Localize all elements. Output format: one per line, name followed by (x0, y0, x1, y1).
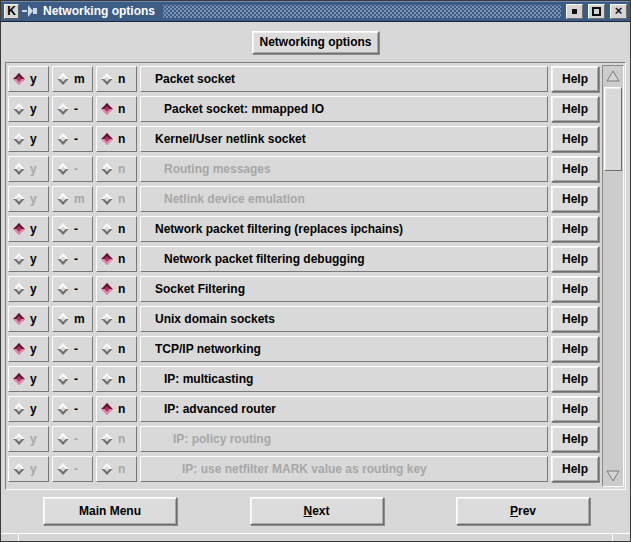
kde-k-icon[interactable]: K (4, 4, 19, 19)
radio-module-label: - (74, 252, 78, 266)
scrollbar-up-arrow[interactable] (604, 67, 622, 85)
radio-no-label: n (118, 252, 125, 266)
help-button[interactable]: Help (551, 366, 599, 392)
window-body: Networking options y m n Packet socket H… (1, 22, 630, 541)
option-row: y - n Packet socket: mmapped IO Help (8, 96, 599, 122)
help-button[interactable]: Help (551, 306, 599, 332)
help-button[interactable]: Help (551, 246, 599, 272)
radio-no-indicator (101, 403, 112, 414)
radio-yes-indicator (13, 73, 24, 84)
help-button[interactable]: Help (551, 456, 599, 482)
help-button[interactable]: Help (551, 96, 599, 122)
radio-module[interactable]: - (52, 126, 93, 152)
radio-no[interactable]: n (96, 216, 137, 242)
window-resize-border[interactable] (1, 533, 630, 541)
radio-module[interactable]: - (52, 96, 93, 122)
radio-yes[interactable]: y (8, 276, 49, 302)
radio-module-label: - (74, 342, 78, 356)
titlebar[interactable]: K Networking options × (1, 1, 630, 22)
option-label-cell: Packet socket: mmapped IO (140, 96, 548, 122)
radio-yes-label: y (30, 102, 37, 116)
radio-no-indicator (101, 373, 112, 384)
section-title-button[interactable]: Networking options (252, 31, 379, 54)
radio-yes[interactable]: y (8, 216, 49, 242)
scrollbar-down-arrow[interactable] (604, 467, 622, 485)
vertical-scrollbar[interactable] (602, 65, 624, 487)
option-label-cell: IP: use netfilter MARK value as routing … (140, 456, 548, 482)
help-button[interactable]: Help (551, 336, 599, 362)
radio-yes[interactable]: y (8, 246, 49, 272)
option-label: Netlink device emulation (164, 192, 305, 206)
radio-module[interactable]: m (52, 66, 93, 92)
radio-yes-indicator (13, 283, 24, 294)
radio-no[interactable]: n (96, 276, 137, 302)
radio-module-label: - (74, 402, 78, 416)
radio-yes-indicator (13, 103, 24, 114)
radio-yes[interactable]: y (8, 96, 49, 122)
main-menu-button[interactable]: Main Menu (43, 497, 177, 525)
radio-module[interactable]: - (52, 216, 93, 242)
radio-module[interactable]: m (52, 306, 93, 332)
radio-no[interactable]: n (96, 246, 137, 272)
radio-yes[interactable]: y (8, 306, 49, 332)
close-icon: × (615, 6, 623, 16)
option-label: Packet socket: mmapped IO (164, 102, 324, 116)
button-label-rest: ext (312, 504, 329, 518)
radio-no[interactable]: n (96, 366, 137, 392)
help-button[interactable]: Help (551, 276, 599, 302)
radio-no[interactable]: n (96, 306, 137, 332)
option-row: y - n TCP/IP networking Help (8, 336, 599, 362)
next-button[interactable]: Next (250, 497, 384, 525)
radio-no[interactable]: n (96, 66, 137, 92)
help-button[interactable]: Help (551, 156, 599, 182)
radio-module-indicator (57, 463, 68, 474)
radio-yes[interactable]: y (8, 366, 49, 392)
radio-module[interactable]: - (52, 336, 93, 362)
radio-module-indicator (57, 373, 68, 384)
help-button[interactable]: Help (551, 426, 599, 452)
arrow-down-icon (606, 470, 620, 482)
radio-yes: y (8, 426, 49, 452)
header-row: Networking options (5, 22, 626, 62)
minimize-button[interactable] (566, 4, 583, 19)
radio-yes[interactable]: y (8, 126, 49, 152)
radio-no[interactable]: n (96, 96, 137, 122)
help-button[interactable]: Help (551, 216, 599, 242)
button-accel: P (510, 504, 518, 518)
option-label: IP: use netfilter MARK value as routing … (182, 462, 427, 476)
radio-yes[interactable]: y (8, 336, 49, 362)
radio-yes-indicator (13, 373, 24, 384)
help-button[interactable]: Help (551, 126, 599, 152)
radio-module[interactable]: - (52, 396, 93, 422)
maximize-button[interactable] (588, 4, 605, 19)
scrollbar-thumb[interactable] (604, 87, 622, 171)
prev-button[interactable]: Prev (456, 497, 590, 525)
option-label: Kernel/User netlink socket (155, 132, 306, 146)
radio-module-label: - (74, 372, 78, 386)
sticky-pin-icon[interactable] (22, 4, 38, 18)
radio-no[interactable]: n (96, 396, 137, 422)
radio-yes[interactable]: y (8, 396, 49, 422)
radio-no[interactable]: n (96, 336, 137, 362)
help-button[interactable]: Help (551, 186, 599, 212)
option-label-cell: Kernel/User netlink socket (140, 126, 548, 152)
radio-no[interactable]: n (96, 126, 137, 152)
radio-yes-indicator (13, 343, 24, 354)
option-label: IP: advanced router (164, 402, 276, 416)
help-button[interactable]: Help (551, 66, 599, 92)
scrollbar-trough[interactable] (604, 85, 622, 467)
radio-module-indicator (57, 133, 68, 144)
close-button[interactable]: × (610, 4, 627, 19)
option-row: y - n IP: policy routing Help (8, 426, 599, 452)
radio-no-indicator (101, 223, 112, 234)
radio-module[interactable]: - (52, 366, 93, 392)
radio-module[interactable]: - (52, 276, 93, 302)
help-button[interactable]: Help (551, 396, 599, 422)
option-row: y - n IP: advanced router Help (8, 396, 599, 422)
radio-no-label: n (118, 162, 125, 176)
radio-module[interactable]: - (52, 246, 93, 272)
radio-yes[interactable]: y (8, 66, 49, 92)
radio-no-label: n (118, 432, 125, 446)
options-list-frame: y m n Packet socket Help y - n Packet so… (5, 62, 626, 490)
radio-module-indicator (57, 223, 68, 234)
